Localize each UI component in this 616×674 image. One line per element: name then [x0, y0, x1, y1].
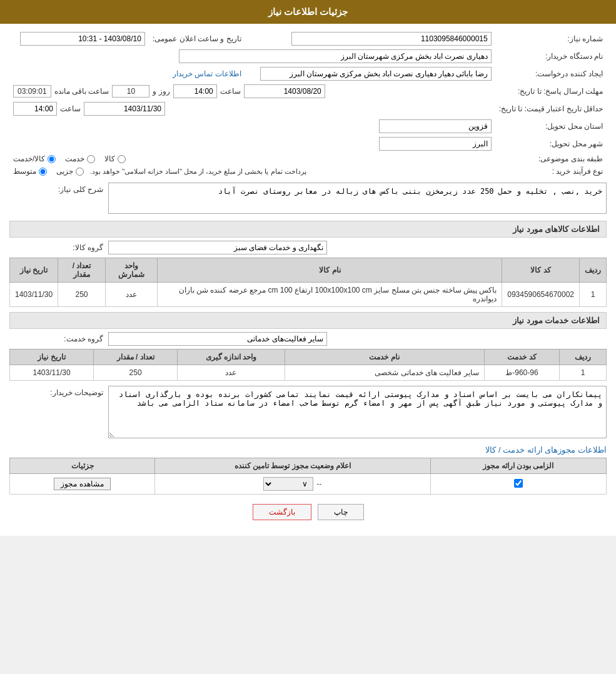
kala-nam: باکس پیش ساخته جنس بتن مسلح سایز 100x100…	[158, 283, 502, 307]
page-title: جزئیات اطلاعات نیاز	[268, 6, 348, 17]
mohlatErsal-date-input[interactable]	[244, 84, 325, 98]
permit-elzami	[430, 474, 606, 495]
khadamat-table: ردیف کد خدمت نام خدمت واحد اندازه گیری ت…	[9, 349, 607, 381]
permit-select[interactable]: ∨	[263, 477, 313, 491]
gorohKala-input[interactable]	[108, 241, 327, 254]
permit-details: مشاهده مجوز	[10, 474, 155, 495]
tawzih-section: توضیحات خریدار: پیمانکاران می بایست بر ا…	[9, 386, 607, 440]
permit-dash: --	[316, 480, 321, 488]
permit-th-joziat: جزئیات	[10, 458, 155, 474]
kala-th-tarikh: تاریخ نیاز	[10, 258, 58, 283]
view-permit-button[interactable]: مشاهده مجوز	[54, 478, 110, 490]
shahr-value	[9, 135, 495, 153]
radio-kala-khadamat[interactable]: کالا/خدمت	[13, 154, 56, 163]
mohlatErsal-countdown: 03:09:01	[13, 85, 51, 98]
tawzih-label: توضیحات خریدار:	[9, 386, 103, 397]
radio-khadamat-label: خدمت	[65, 154, 84, 163]
mohlatErsal-saat-input[interactable]	[173, 84, 217, 98]
sharh-section: شرح کلی نیاز: خرید ,نصب , تخلیه و حمل 25…	[9, 183, 607, 216]
kala-th-kod: کد کالا	[502, 258, 580, 283]
permit-title-link[interactable]: اطلاعات مجوزهای ارائه خدمت / کالا	[485, 445, 607, 455]
ostan-input[interactable]	[379, 119, 492, 133]
ettelaatTamas-cell: اطلاعات تماس خریدار	[9, 65, 245, 83]
gorohKhadamat-row: گروه خدمت:	[9, 332, 607, 346]
kala-tedad: 250	[58, 283, 106, 307]
ijadKonande-input[interactable]	[260, 67, 492, 81]
permit-aelam: -- ∨	[155, 474, 431, 495]
hadaghalTarikh-value: ساعت	[9, 100, 495, 118]
khadamat-tarikh: 1403/11/30	[10, 365, 94, 381]
kala-vahed: عدد	[105, 283, 157, 307]
radio-kala-khadamat-label: کالا/خدمت	[13, 154, 45, 163]
kala-kod: 0934590654670002	[502, 283, 580, 307]
ijadKonande-label: ایجاد کننده درخواست:	[495, 65, 607, 83]
khadamat-th-tedad: تعداد / مقدار	[94, 350, 178, 365]
gorohKala-label: گروه کالا:	[9, 243, 103, 252]
tabaqebandi-label: طبقه بندی موضوعی:	[495, 153, 607, 165]
namDastgah-input[interactable]	[179, 49, 492, 63]
shomareNiaz-input[interactable]	[291, 32, 492, 46]
radio-kala-label: کالا	[104, 154, 115, 163]
tarikh-label: تاریخ و ساعت اعلان عمومی:	[149, 30, 245, 48]
khadamat-th-vahed: واحد اندازه گیری	[178, 350, 285, 365]
khadamat-th-nam: نام خدمت	[285, 350, 484, 365]
khadamat-radif: 1	[560, 365, 607, 381]
print-button[interactable]: چاپ	[318, 504, 364, 520]
noeFarayand-value: متوسط جزیی پرداخت تمام یا بخشی از مبلغ خ…	[9, 165, 495, 178]
hadaghal-saat-input[interactable]	[13, 102, 57, 116]
countdown-label2: ساعت باقی مانده	[54, 87, 109, 96]
noeFarayand-label: نوع فرآیند خرید :	[495, 165, 607, 178]
noeFarayand-note: پرداخت تمام یا بخشی از مبلغ خرید، از محل…	[90, 168, 306, 176]
mohlatErsal-rooz: 10	[112, 85, 149, 98]
radio-motavaset-label: متوسط	[13, 167, 36, 176]
permit-title-row: اطلاعات مجوزهای ارائه خدمت / کالا	[9, 445, 607, 455]
back-button[interactable]: بازگشت	[253, 504, 311, 520]
kala-radif: 1	[580, 283, 607, 307]
countdown-label: روز و	[153, 87, 169, 96]
radio-motavaset[interactable]: متوسط	[13, 167, 47, 176]
content-area: شماره نیاز: تاریخ و ساعت اعلان عمومی: نا…	[0, 24, 616, 536]
khadamat-th-tarikh: تاریخ نیاز	[10, 350, 94, 365]
tarikh-input[interactable]	[20, 32, 145, 46]
permit-th-aelam: اعلام وضعیت مجوز توسط تامین کننده	[155, 458, 431, 474]
khadamat-th-radif: ردیف	[560, 350, 607, 365]
radio-khadamat[interactable]: خدمت	[65, 154, 95, 163]
gorohKhadamat-label: گروه خدمت:	[9, 334, 103, 343]
page-header: جزئیات اطلاعات نیاز	[0, 0, 616, 24]
gorohKhadamat-input[interactable]	[108, 332, 327, 346]
tarikh-value	[9, 30, 149, 48]
kala-table-row: 1 0934590654670002 باکس پیش ساخته جنس بت…	[10, 283, 607, 307]
permit-th-elzami: الزامی بودن ارائه مجوز	[430, 458, 606, 474]
permit-elzami-checkbox[interactable]	[514, 479, 523, 488]
shomareNiaz-value	[264, 30, 495, 48]
kala-tarikh: 1403/11/30	[10, 283, 58, 307]
khadamatInfo-title: اطلاعات خدمات مورد نیاز	[9, 312, 607, 329]
tawzih-value-container: پیمانکاران می بایست بر اساس اسناد و مدار…	[108, 386, 607, 440]
page-container: جزئیات اطلاعات نیاز شماره نیاز: تاریخ و …	[0, 0, 616, 536]
shahr-input[interactable]	[379, 137, 492, 151]
ettelaatTamas-link[interactable]: اطلاعات تماس خریدار	[173, 69, 241, 78]
ostan-value	[9, 118, 495, 135]
khadamat-th-kod: کد خدمت	[484, 350, 560, 365]
kala-table: ردیف کد کالا نام کالا واحد شمارش تعداد /…	[9, 258, 607, 307]
main-info-table: شماره نیاز: تاریخ و ساعت اعلان عمومی: نا…	[9, 30, 607, 178]
kala-th-nam: نام کالا	[158, 258, 502, 283]
khadamat-tedad: 250	[94, 365, 178, 381]
radio-jozii-label: جزیی	[56, 167, 73, 176]
permit-table-row: -- ∨ مشاهده مجوز	[10, 474, 607, 495]
khadamat-table-row: 1 960-96-ط سایر فعالیت های خدماتی شخصی ع…	[10, 365, 607, 381]
button-group: چاپ بازگشت	[9, 504, 607, 520]
sharh-value-container: خرید ,نصب , تخلیه و حمل 250 عدد زیرمخزن …	[108, 183, 607, 216]
sharh-textarea[interactable]: خرید ,نصب , تخلیه و حمل 250 عدد زیرمخزن …	[108, 183, 607, 214]
kalaInfo-title: اطلاعات کالاهای مورد نیاز	[9, 221, 607, 238]
hadaghalTarikh-label: حداقل تاریخ اعتبار قیمت: تا تاریخ:	[495, 100, 607, 118]
hadaghal-date-input[interactable]	[84, 102, 165, 116]
radio-kala[interactable]: کالا	[104, 154, 126, 163]
saat-label: ساعت	[220, 87, 241, 96]
namDastgah-label: نام دستگاه خریدار:	[495, 48, 607, 65]
tawzih-textarea[interactable]: پیمانکاران می بایست بر اساس اسناد و مدار…	[108, 386, 607, 438]
ostan-label: استان محل تحویل:	[495, 118, 607, 135]
sharh-label: شرح کلی نیاز:	[9, 183, 103, 194]
radio-jozii[interactable]: جزیی	[56, 167, 84, 176]
mohlatErsal-label: مهلت ارسال پاسخ: تا تاریخ:	[495, 83, 607, 100]
